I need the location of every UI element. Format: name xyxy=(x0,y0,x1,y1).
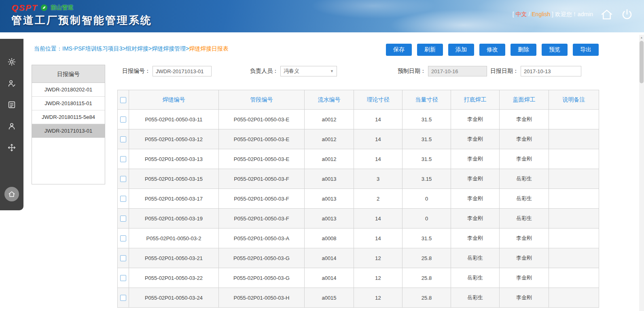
lang-bracket-close: ] xyxy=(552,11,553,17)
table-cell: P055-02P01-0050-03-11 xyxy=(129,110,219,129)
lang-divider: / xyxy=(528,11,530,17)
user-audit-icon[interactable] xyxy=(7,79,16,88)
row-checkbox[interactable] xyxy=(120,255,126,261)
table-cell: P055-02P01-0050-03-E xyxy=(219,129,305,149)
table-cell: a0013 xyxy=(305,169,354,189)
settings-gear-icon[interactable] xyxy=(7,57,16,66)
table-cell: 14 xyxy=(354,228,402,248)
table-cell xyxy=(549,189,599,209)
vertical-scrollbar[interactable]: ▲ xyxy=(639,35,644,311)
weld-report-table: 焊缝编号管段编号流水编号理论寸径当量寸径打底焊工盖面焊工说明备注 P055-02… xyxy=(117,90,599,308)
row-checkbox[interactable] xyxy=(120,275,126,281)
lang-english-link[interactable]: English xyxy=(532,11,550,17)
table-cell: 12 xyxy=(354,248,402,268)
table-row: P055-02P01-0050-03-15P055-02P01-0050-03-… xyxy=(118,169,599,189)
table-cell: P055-02P01-0050-03-15 xyxy=(129,169,219,189)
table-cell: 李金刚 xyxy=(500,288,549,308)
scroll-up-icon[interactable]: ▲ xyxy=(639,35,644,40)
chevron-down-icon: ▼ xyxy=(330,69,334,73)
person-label: 负责人员： xyxy=(250,68,278,75)
power-icon[interactable] xyxy=(621,8,633,21)
report-no-label: 日报编号： xyxy=(122,68,150,75)
table-cell: P055-02P01-0050-03-E xyxy=(219,149,305,169)
row-checkbox[interactable] xyxy=(120,156,126,162)
lang-bracket-open: [ xyxy=(513,11,514,17)
table-cell: 31.5 xyxy=(402,110,451,129)
breadcrumb-label: 当前位置： xyxy=(34,45,62,52)
icon-sidebar xyxy=(0,39,23,210)
table-cell: 李金刚 xyxy=(451,110,500,129)
toolbar-button[interactable]: 预览 xyxy=(542,44,568,56)
row-checkbox[interactable] xyxy=(120,176,126,182)
toolbar-button[interactable]: 保存 xyxy=(386,44,412,56)
table-cell: 李金刚 xyxy=(451,169,500,189)
row-checkbox[interactable] xyxy=(120,216,126,222)
table-header-row: 焊缝编号管段编号流水编号理论寸径当量寸径打底焊工盖面焊工说明备注 xyxy=(118,90,599,110)
table-cell: 14 xyxy=(354,110,402,129)
report-date-input[interactable] xyxy=(521,66,581,76)
report-no-field-group: 日报编号： xyxy=(122,66,212,76)
column-header: 焊缝编号 xyxy=(163,96,185,103)
report-date-label: 日报日期： xyxy=(490,68,519,75)
move-arrows-icon[interactable] xyxy=(7,143,16,152)
row-checkbox[interactable] xyxy=(120,235,126,241)
toolbar-button[interactable]: 删除 xyxy=(511,44,536,56)
row-checkbox[interactable] xyxy=(120,295,126,301)
report-list-item[interactable]: JWDR-20171013-01 xyxy=(32,124,105,138)
table-row: P055-02P01-0050-03-19P055-02P01-0050-03-… xyxy=(118,209,599,228)
select-all-checkbox[interactable] xyxy=(120,97,126,103)
sidebar-home-button[interactable] xyxy=(4,187,19,201)
person-field-group: 负责人员： 冯春义 ▼ xyxy=(250,66,337,76)
table-cell: 31.5 xyxy=(402,149,451,169)
table-cell: 李金刚 xyxy=(500,228,549,248)
report-form-icon[interactable] xyxy=(7,100,16,109)
row-checkbox[interactable] xyxy=(120,136,126,142)
column-header: 打底焊工 xyxy=(464,96,487,103)
table-cell: a0008 xyxy=(305,228,354,248)
table-cell: a0012 xyxy=(305,110,354,129)
table-cell: 31.5 xyxy=(402,228,451,248)
app-title: 管道工厂预制智能管理系统 xyxy=(11,13,152,28)
table-cell: 14 xyxy=(354,209,402,228)
table-cell xyxy=(549,149,599,169)
table-cell: 李金刚 xyxy=(451,209,500,228)
toolbar-button[interactable]: 导出 xyxy=(573,44,599,56)
table-cell: P055-02P01-0050-03-22 xyxy=(129,268,219,288)
table-cell: P055-02P01-0050-03-H xyxy=(219,288,305,308)
table-cell: P055-02P01-0050-03-13 xyxy=(129,149,219,169)
toolbar-button[interactable]: 添加 xyxy=(448,44,474,56)
table-cell: P055-02P01-0050-03-24 xyxy=(129,288,219,308)
table-cell: 李金刚 xyxy=(451,129,500,149)
scrollbar-thumb[interactable] xyxy=(640,41,644,83)
report-no-input[interactable] xyxy=(153,66,212,76)
table-cell: 岳彩生 xyxy=(451,268,500,288)
table-cell: P055-02P01-0050-03-A xyxy=(219,228,305,248)
toolbar-button[interactable]: 刷新 xyxy=(417,44,443,56)
person-icon[interactable] xyxy=(7,122,16,131)
row-checkbox[interactable] xyxy=(120,196,126,202)
toolbar-button[interactable]: 修改 xyxy=(479,44,505,56)
table-row: P055-02P01-0050-03-13P055-02P01-0050-03-… xyxy=(118,149,599,169)
table-cell: 31.5 xyxy=(402,129,451,149)
report-list-item[interactable]: JWDR-20180202-01 xyxy=(32,83,105,97)
table-row: P055-02P01-0050-03-22P055-02P01-0050-03-… xyxy=(118,268,599,288)
table-cell: 岳彩生 xyxy=(500,189,549,209)
table-cell: 25.8 xyxy=(402,248,451,268)
table-cell: a0012 xyxy=(305,149,354,169)
person-select[interactable]: 冯春义 ▼ xyxy=(280,66,337,76)
prefab-date-label: 预制日期： xyxy=(398,68,426,75)
report-list-title: 日报编号 xyxy=(32,65,105,83)
table-cell xyxy=(549,129,599,149)
table-cell: P055-02P01-0050-03-E xyxy=(219,110,305,129)
table-cell: 岳彩生 xyxy=(500,209,549,228)
row-checkbox[interactable] xyxy=(120,116,126,123)
table-cell: a0014 xyxy=(305,248,354,268)
column-header: 理论寸径 xyxy=(367,96,390,103)
qspt-logo: QSPT xyxy=(11,3,38,13)
lang-chinese-link[interactable]: 中文 xyxy=(516,11,527,17)
home-icon[interactable] xyxy=(600,8,613,21)
table-cell: 14 xyxy=(354,149,402,169)
report-list-item[interactable]: JWDR-20180115-01 xyxy=(32,97,105,110)
report-list-item[interactable]: JWDR-20180115-5e84 xyxy=(32,110,105,124)
table-cell: 25.8 xyxy=(402,288,451,308)
